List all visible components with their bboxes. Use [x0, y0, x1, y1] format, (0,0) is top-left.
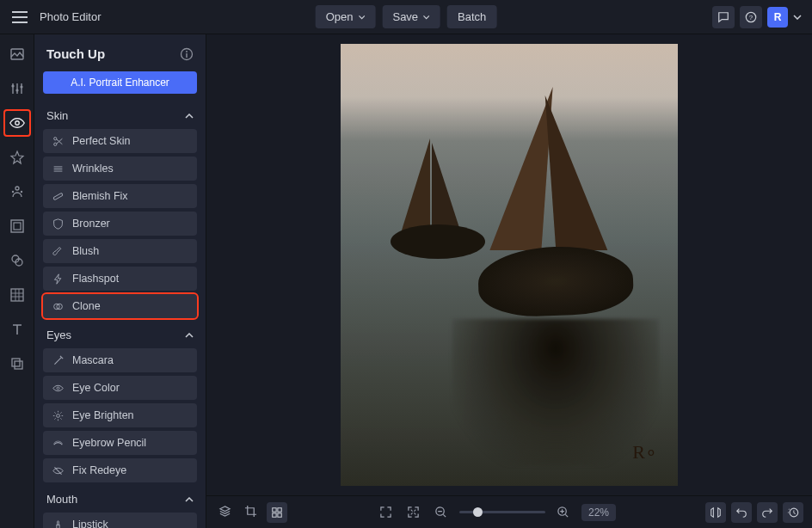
painting-image: R∘ — [341, 44, 678, 486]
svg-point-18 — [186, 51, 188, 52]
batch-button[interactable]: Batch — [447, 5, 496, 28]
zoom-in-icon[interactable] — [554, 503, 573, 522]
redo-icon[interactable] — [757, 502, 778, 523]
zoom-slider-thumb[interactable] — [473, 507, 483, 517]
image-manage-icon[interactable] — [8, 45, 27, 64]
tool-label: Mascara — [72, 354, 114, 366]
effects-icon[interactable] — [8, 148, 27, 167]
svg-point-8 — [11, 191, 13, 193]
tool-label: Clone — [72, 300, 101, 312]
svg-rect-30 — [273, 513, 276, 516]
bottom-bar: 22% — [206, 495, 812, 528]
touchup-panel: Touch Up A.I. Portrait Enhancer Skin Per… — [34, 34, 206, 528]
tool-wrinkles[interactable]: Wrinkles — [43, 157, 197, 181]
svg-rect-11 — [14, 223, 21, 230]
tool-bronzer[interactable]: Bronzer — [43, 212, 197, 236]
ai-icon[interactable] — [8, 182, 27, 201]
left-rail — [0, 34, 34, 528]
layers-icon[interactable] — [8, 354, 27, 373]
zoom-out-icon[interactable] — [432, 503, 451, 522]
tool-label: Bronzer — [72, 218, 110, 230]
tool-label: Flashspot — [72, 273, 119, 285]
tool-label: Wrinkles — [72, 163, 114, 175]
info-icon[interactable] — [180, 47, 194, 61]
avatar[interactable]: R — [767, 7, 788, 28]
svg-rect-10 — [11, 220, 23, 232]
tool-blemish-fix[interactable]: Blemish Fix — [43, 184, 197, 208]
save-label: Save — [392, 10, 418, 23]
tool-lipstick[interactable]: Lipstick — [43, 513, 197, 528]
svg-rect-14 — [11, 289, 23, 301]
flash-icon — [52, 273, 64, 285]
tool-label: Perfect Skin — [72, 135, 130, 147]
group-mouth-label: Mouth — [46, 493, 77, 506]
tool-blush[interactable]: Blush — [43, 239, 197, 263]
zoom-slider[interactable] — [459, 511, 545, 513]
fit-screen-icon[interactable] — [404, 503, 423, 522]
chevron-down-icon[interactable] — [793, 15, 802, 20]
text-icon[interactable] — [8, 320, 27, 339]
tool-label: Eyebrow Pencil — [72, 437, 146, 449]
svg-point-6 — [15, 121, 19, 126]
brush-icon — [52, 245, 64, 257]
tool-clone[interactable]: Clone — [43, 294, 197, 318]
group-skin-header[interactable]: Skin — [43, 102, 197, 129]
svg-rect-15 — [12, 359, 20, 366]
tool-fix-redeye[interactable]: Fix Redeye — [43, 458, 197, 482]
canvas-viewport[interactable]: R∘ — [206, 34, 812, 495]
fullscreen-icon[interactable] — [377, 503, 396, 522]
tool-perfect-skin[interactable]: Perfect Skin — [43, 129, 197, 153]
sparkle-icon — [52, 409, 64, 421]
wand-icon — [52, 354, 64, 366]
svg-point-20 — [53, 137, 56, 139]
svg-rect-31 — [278, 513, 281, 516]
shield-icon — [52, 218, 64, 230]
crop-icon[interactable] — [241, 502, 260, 521]
help-icon[interactable]: ? — [740, 6, 762, 28]
adjust-icon[interactable] — [8, 79, 27, 98]
history-icon[interactable] — [783, 502, 803, 523]
compare-icon[interactable] — [705, 502, 726, 523]
panel-title: Touch Up — [46, 46, 105, 61]
menu-icon[interactable] — [10, 8, 29, 27]
svg-point-5 — [20, 85, 22, 88]
tool-eye-brighten[interactable]: Eye Brighten — [43, 403, 197, 427]
batch-label: Batch — [458, 10, 486, 23]
group-mouth-header[interactable]: Mouth — [43, 486, 197, 513]
scissors-icon — [52, 135, 64, 147]
svg-text:?: ? — [749, 13, 754, 21]
touchup-highlight — [3, 109, 31, 137]
tool-label: Lipstick — [72, 519, 108, 528]
touchup-icon[interactable] — [8, 114, 27, 132]
svg-point-25 — [57, 387, 59, 390]
svg-point-4 — [15, 89, 18, 91]
save-button[interactable]: Save — [382, 5, 440, 28]
grid-icon[interactable] — [267, 502, 287, 523]
comments-icon[interactable] — [712, 6, 735, 28]
layers-icon[interactable] — [215, 502, 234, 521]
svg-rect-22 — [52, 193, 62, 200]
tool-eye-color[interactable]: Eye Color — [43, 376, 197, 400]
frames-icon[interactable] — [8, 217, 27, 236]
group-eyes-header[interactable]: Eyes — [43, 322, 197, 348]
undo-icon[interactable] — [731, 502, 752, 523]
svg-rect-28 — [273, 507, 276, 511]
zoom-value[interactable]: 22% — [581, 504, 616, 521]
ai-enhancer-button[interactable]: A.I. Portrait Enhancer — [43, 71, 197, 94]
overlays-icon[interactable] — [8, 251, 27, 270]
open-button[interactable]: Open — [316, 5, 376, 28]
svg-point-26 — [56, 414, 59, 417]
redeye-icon — [52, 464, 64, 476]
lines-icon — [52, 163, 64, 175]
tool-mascara[interactable]: Mascara — [43, 348, 197, 372]
chevron-down-icon — [358, 14, 365, 21]
svg-rect-16 — [15, 361, 22, 369]
tool-label: Blemish Fix — [72, 190, 128, 202]
tool-label: Eye Color — [72, 382, 120, 394]
textures-icon[interactable] — [8, 285, 27, 304]
svg-point-3 — [11, 84, 14, 87]
tool-eyebrow-pencil[interactable]: Eyebrow Pencil — [43, 431, 197, 455]
tool-flashspot[interactable]: Flashspot — [43, 267, 197, 291]
tool-label: Fix Redeye — [72, 464, 126, 476]
group-skin-label: Skin — [46, 109, 68, 122]
